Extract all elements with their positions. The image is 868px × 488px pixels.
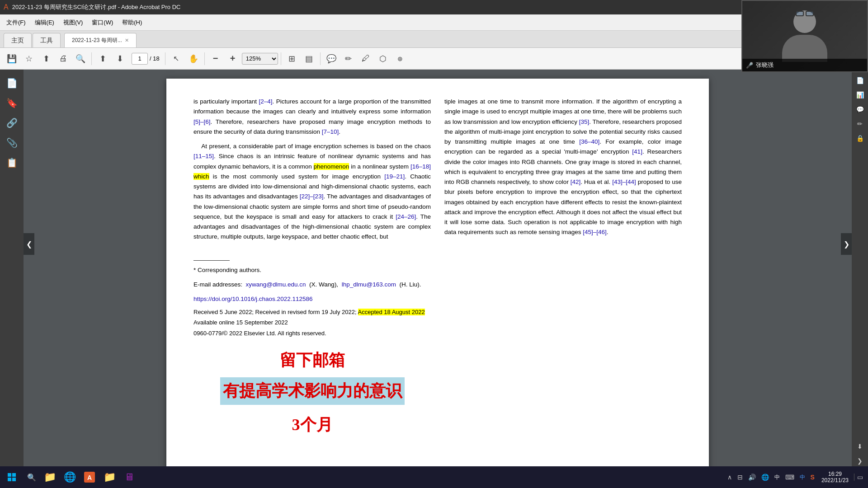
footnote-area: * Corresponding authors. E-mail addresse… bbox=[193, 260, 431, 438]
tray-volume[interactable]: 🔊 bbox=[747, 474, 757, 481]
nav-next-button[interactable]: ❯ bbox=[841, 233, 852, 255]
tray-wifi[interactable]: 🌐 bbox=[760, 474, 770, 481]
tab-tools[interactable]: 工具 bbox=[33, 33, 61, 47]
ref-24-26[interactable]: [24–26] bbox=[396, 213, 416, 220]
sidebar-page-thumbnails[interactable]: 📄 bbox=[3, 74, 21, 92]
doi-link[interactable]: https://doi.org/10.1016/j.chaos.2022.112… bbox=[193, 296, 312, 302]
tray-keyboard[interactable]: ⌨ bbox=[784, 474, 796, 481]
print-button[interactable]: 🖨 bbox=[55, 51, 71, 67]
ref-35[interactable]: [35] bbox=[579, 118, 590, 125]
ref-7-10[interactable]: [7–10] bbox=[322, 128, 339, 135]
taskbar-browser[interactable]: 🌐 bbox=[60, 467, 80, 487]
search-button[interactable]: 🔍 bbox=[72, 51, 89, 67]
next-page-button[interactable]: ⬇ bbox=[112, 51, 128, 67]
menu-window[interactable]: 窗口(W) bbox=[87, 17, 118, 28]
save-button[interactable]: 💾 bbox=[4, 51, 20, 67]
fit-page-button[interactable]: ⊞ bbox=[284, 51, 300, 67]
toolbar: 💾 ☆ ⬆ 🖨 🔍 ⬆ ⬇ / 18 ↖ ✋ − + 125% 100% 75%… bbox=[0, 48, 868, 70]
menu-help[interactable]: 帮助(H) bbox=[118, 17, 146, 28]
fit-width-button[interactable]: ▤ bbox=[301, 51, 317, 67]
taskbar-explorer[interactable]: 📁 bbox=[99, 467, 119, 487]
tray-sogou[interactable]: 中 bbox=[798, 474, 807, 481]
video-background: 🎤 张晓强 bbox=[742, 1, 867, 71]
pen-button[interactable]: ✏ bbox=[340, 51, 357, 67]
video-overlay: 🎤 张晓强 bbox=[741, 0, 868, 72]
sidebar-links[interactable]: 🔗 bbox=[3, 114, 21, 132]
video-person-name: 张晓强 bbox=[756, 61, 774, 69]
tray-shortcut[interactable]: S bbox=[809, 474, 816, 481]
nav-prev-button[interactable]: ❮ bbox=[24, 233, 34, 255]
highlight-button[interactable]: 🖊 bbox=[358, 51, 374, 67]
ref-42[interactable]: [42] bbox=[571, 178, 581, 185]
menu-file[interactable]: 文件(F) bbox=[2, 17, 30, 28]
right-panel-edit[interactable]: ✏ bbox=[854, 117, 866, 130]
right-panel-2[interactable]: 📊 bbox=[854, 89, 866, 101]
page-input[interactable] bbox=[132, 53, 148, 65]
email-link-2[interactable]: lhp_dlmu@163.com bbox=[342, 281, 396, 288]
taskbar: 🔍 📁 🌐 A 📁 🖥 ∧ ⊟ 🔊 🌐 中 ⌨ 中 S 16:29 2022/1… bbox=[0, 466, 868, 488]
upload-button[interactable]: ⬆ bbox=[38, 51, 54, 67]
svg-rect-2 bbox=[8, 478, 11, 481]
tab-close-icon[interactable]: ✕ bbox=[125, 38, 129, 43]
title-left: A 2022-11-23 每周研究生SCI论文研讨.pdf - Adobe Ac… bbox=[4, 3, 181, 11]
sidebar-layers[interactable]: 📋 bbox=[3, 154, 21, 172]
ref-22-23[interactable]: [22]–[23] bbox=[300, 193, 324, 200]
zoom-out-button[interactable]: − bbox=[208, 51, 224, 67]
footnote-divider bbox=[193, 260, 230, 261]
ref-2-4[interactable]: [2–4] bbox=[259, 98, 273, 105]
prev-page-button[interactable]: ⬆ bbox=[94, 51, 111, 67]
bookmark-button[interactable]: ☆ bbox=[21, 51, 37, 67]
cursor-tool-button[interactable]: ↖ bbox=[168, 51, 184, 67]
left-sidebar: 📄 🔖 🔗 📎 📋 bbox=[0, 70, 24, 467]
menu-view[interactable]: 视图(V) bbox=[59, 17, 87, 28]
right-panel-export[interactable]: ⬇ bbox=[854, 440, 866, 453]
system-tray: ∧ ⊟ 🔊 🌐 中 ⌨ 中 S bbox=[726, 474, 816, 481]
ref-36-40[interactable]: [36–40] bbox=[579, 138, 599, 145]
glasses bbox=[796, 11, 814, 16]
email-link-1[interactable]: xywang@dlmu.edu.cn bbox=[246, 281, 306, 288]
comment-button[interactable]: 💬 bbox=[323, 51, 340, 67]
tray-expand[interactable]: ∧ bbox=[726, 474, 733, 481]
tab-home[interactable]: 主页 bbox=[4, 33, 32, 47]
available-row: Available online 15 September 2022 bbox=[193, 317, 431, 328]
taskbar-extra[interactable]: 🖥 bbox=[119, 467, 139, 487]
zoom-in-button[interactable]: + bbox=[225, 51, 241, 67]
right-panel-comments[interactable]: 💬 bbox=[854, 103, 866, 116]
stamp-button[interactable]: ⬡ bbox=[375, 51, 391, 67]
left-column: is particularly important [2–4]. Picture… bbox=[193, 97, 431, 438]
annotation-months-wrapper: 3个月 bbox=[193, 412, 431, 438]
more-button[interactable]: ⊕ bbox=[392, 51, 408, 67]
annotation-months: 3个月 bbox=[292, 416, 333, 434]
tab-document[interactable]: 2022-11-23 每周研... ✕ bbox=[64, 33, 137, 47]
svg-rect-1 bbox=[12, 473, 16, 477]
ref-41[interactable]: [41] bbox=[632, 148, 642, 155]
hand-tool-button[interactable]: ✋ bbox=[185, 51, 202, 67]
ref-45-46[interactable]: [45]–[46] bbox=[583, 229, 607, 235]
highlight-phenomenon: phenomenon bbox=[314, 163, 349, 170]
page-total: / 18 bbox=[150, 55, 160, 62]
right-panel-1[interactable]: 📄 bbox=[854, 74, 866, 87]
separator1 bbox=[91, 52, 92, 65]
ref-16-18[interactable]: [16–18] bbox=[410, 163, 431, 170]
show-desktop-button[interactable]: ▭ bbox=[854, 474, 864, 481]
tray-network[interactable]: ⊟ bbox=[736, 474, 744, 481]
ref-11-15[interactable]: [11–15] bbox=[193, 153, 214, 160]
ref-43-44[interactable]: [43]–[44] bbox=[612, 178, 636, 185]
annotation-influence-wrapper: 有提高学术影响力的意识 bbox=[193, 377, 431, 405]
ref-5-6[interactable]: [5]–[6] bbox=[193, 118, 211, 125]
menu-edit[interactable]: 编辑(E) bbox=[30, 17, 59, 28]
system-clock[interactable]: 16:29 2022/11/23 bbox=[818, 471, 852, 483]
footnote-content: * Corresponding authors. E-mail addresse… bbox=[193, 265, 431, 290]
taskbar-file-manager[interactable]: 📁 bbox=[40, 467, 60, 487]
tray-input-method[interactable]: 中 bbox=[773, 474, 781, 481]
ref-19-21[interactable]: [19–21] bbox=[384, 173, 405, 180]
right-panel-collapse[interactable]: ❯ bbox=[854, 455, 866, 467]
taskbar-search-button[interactable]: 🔍 bbox=[24, 469, 40, 485]
start-button[interactable] bbox=[0, 466, 24, 488]
left-para-1: is particularly important [2–4]. Picture… bbox=[193, 97, 431, 137]
zoom-select[interactable]: 125% 100% 75% 150% 200% bbox=[242, 53, 278, 65]
taskbar-acrobat[interactable]: A bbox=[80, 467, 99, 487]
sidebar-attachments[interactable]: 📎 bbox=[3, 134, 21, 152]
right-panel-security[interactable]: 🔒 bbox=[854, 132, 866, 145]
sidebar-bookmarks[interactable]: 🔖 bbox=[3, 94, 21, 112]
